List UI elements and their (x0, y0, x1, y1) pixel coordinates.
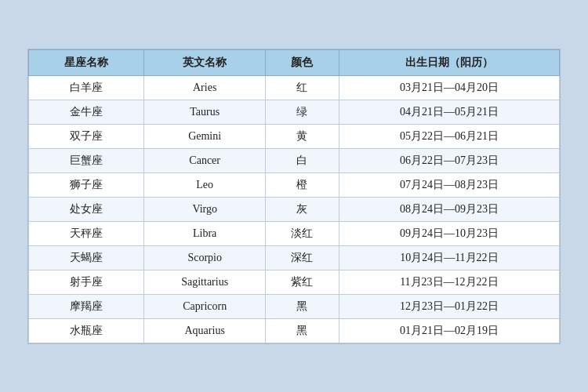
cell-color: 黑 (266, 318, 339, 343)
cell-color: 红 (266, 75, 339, 100)
cell-english-name: Leo (144, 172, 266, 197)
table-header-row: 星座名称 英文名称 颜色 出生日期（阳历） (29, 49, 560, 75)
cell-chinese-name: 双子座 (29, 124, 144, 148)
cell-color: 白 (266, 148, 339, 172)
cell-color: 紫红 (266, 270, 339, 294)
cell-chinese-name: 狮子座 (29, 172, 144, 197)
cell-dates: 11月23日—12月22日 (339, 270, 559, 294)
cell-color: 黑 (266, 294, 339, 318)
cell-chinese-name: 射手座 (29, 270, 144, 294)
cell-color: 灰 (266, 197, 339, 221)
cell-english-name: Scorpio (144, 245, 266, 270)
table-body: 白羊座Aries红03月21日—04月20日金牛座Taurus绿04月21日—0… (29, 75, 560, 343)
cell-dates: 09月24日—10月23日 (339, 221, 559, 245)
zodiac-table: 星座名称 英文名称 颜色 出生日期（阳历） 白羊座Aries红03月21日—04… (28, 49, 560, 343)
cell-dates: 03月21日—04月20日 (339, 75, 559, 100)
table-row: 白羊座Aries红03月21日—04月20日 (29, 75, 560, 100)
cell-english-name: Aquarius (144, 318, 266, 343)
table-row: 巨蟹座Cancer白06月22日—07月23日 (29, 148, 560, 172)
cell-chinese-name: 处女座 (29, 197, 144, 221)
cell-dates: 08月24日—09月23日 (339, 197, 559, 221)
cell-chinese-name: 巨蟹座 (29, 148, 144, 172)
cell-english-name: Capricorn (144, 294, 266, 318)
cell-english-name: Aries (144, 75, 266, 100)
cell-color: 绿 (266, 100, 339, 124)
cell-dates: 06月22日—07月23日 (339, 148, 559, 172)
cell-color: 黄 (266, 124, 339, 148)
cell-dates: 10月24日—11月22日 (339, 245, 559, 270)
cell-english-name: Taurus (144, 100, 266, 124)
cell-chinese-name: 金牛座 (29, 100, 144, 124)
header-color: 颜色 (266, 49, 339, 75)
cell-english-name: Libra (144, 221, 266, 245)
cell-dates: 01月21日—02月19日 (339, 318, 559, 343)
cell-chinese-name: 白羊座 (29, 75, 144, 100)
header-dates: 出生日期（阳历） (339, 49, 559, 75)
cell-color: 橙 (266, 172, 339, 197)
cell-color: 淡红 (266, 221, 339, 245)
cell-chinese-name: 天秤座 (29, 221, 144, 245)
cell-dates: 05月22日—06月21日 (339, 124, 559, 148)
cell-dates: 07月24日—08月23日 (339, 172, 559, 197)
cell-color: 深红 (266, 245, 339, 270)
table-row: 双子座Gemini黄05月22日—06月21日 (29, 124, 560, 148)
cell-dates: 12月23日—01月22日 (339, 294, 559, 318)
zodiac-table-container: 星座名称 英文名称 颜色 出生日期（阳历） 白羊座Aries红03月21日—04… (27, 49, 561, 344)
table-row: 天秤座Libra淡红09月24日—10月23日 (29, 221, 560, 245)
table-row: 射手座Sagittarius紫红11月23日—12月22日 (29, 270, 560, 294)
cell-chinese-name: 水瓶座 (29, 318, 144, 343)
table-row: 狮子座Leo橙07月24日—08月23日 (29, 172, 560, 197)
table-row: 金牛座Taurus绿04月21日—05月21日 (29, 100, 560, 124)
table-row: 摩羯座Capricorn黑12月23日—01月22日 (29, 294, 560, 318)
cell-dates: 04月21日—05月21日 (339, 100, 559, 124)
header-chinese-name: 星座名称 (29, 49, 144, 75)
cell-chinese-name: 天蝎座 (29, 245, 144, 270)
table-row: 水瓶座Aquarius黑01月21日—02月19日 (29, 318, 560, 343)
table-row: 处女座Virgo灰08月24日—09月23日 (29, 197, 560, 221)
cell-english-name: Sagittarius (144, 270, 266, 294)
cell-chinese-name: 摩羯座 (29, 294, 144, 318)
table-row: 天蝎座Scorpio深红10月24日—11月22日 (29, 245, 560, 270)
header-english-name: 英文名称 (144, 49, 266, 75)
cell-english-name: Gemini (144, 124, 266, 148)
cell-english-name: Virgo (144, 197, 266, 221)
cell-english-name: Cancer (144, 148, 266, 172)
